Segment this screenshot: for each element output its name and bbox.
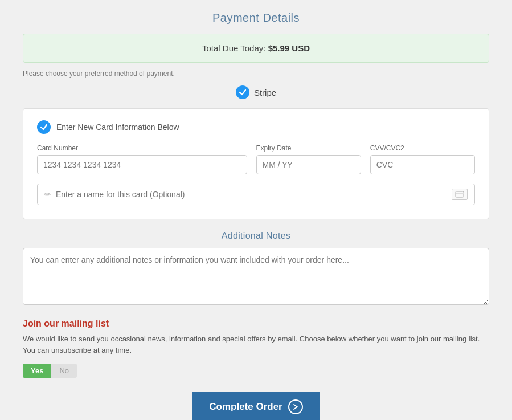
total-due-amount: $5.99 USD <box>268 43 310 53</box>
card-number-group: Card Number <box>37 144 247 174</box>
svg-rect-1 <box>456 193 464 195</box>
card-name-input[interactable] <box>56 190 447 199</box>
card-brand-icon <box>452 189 468 200</box>
mailing-no-button[interactable]: No <box>51 364 77 378</box>
pencil-icon: ✏ <box>44 190 51 199</box>
cvv-group: CVV/CVC2 <box>370 144 475 174</box>
card-info-header: Enter New Card Information Below <box>37 120 475 134</box>
cvv-label: CVV/CVC2 <box>370 144 475 152</box>
card-info-check-icon <box>37 120 51 134</box>
card-number-label: Card Number <box>37 144 247 152</box>
expiry-input[interactable] <box>256 155 361 174</box>
payment-method-prompt: Please choose your preferred method of p… <box>23 70 489 78</box>
expiry-label: Expiry Date <box>256 144 361 152</box>
additional-notes-textarea[interactable] <box>23 248 489 305</box>
total-due-box: Total Due Today: $5.99 USD <box>23 34 489 63</box>
card-number-input[interactable] <box>37 155 247 174</box>
card-name-row: ✏ <box>37 184 475 205</box>
stripe-check-icon <box>236 85 249 99</box>
expiry-group: Expiry Date <box>256 144 361 174</box>
mailing-list-title: Join our mailing list <box>23 319 489 329</box>
cvv-input[interactable] <box>370 155 475 174</box>
card-info-header-text: Enter New Card Information Below <box>56 123 179 132</box>
stripe-option[interactable]: Stripe <box>23 85 489 99</box>
mailing-yes-button[interactable]: Yes <box>23 364 51 378</box>
total-due-label: Total Due Today: <box>202 43 265 53</box>
page-title: Payment Details <box>23 11 489 25</box>
card-info-box: Enter New Card Information Below Card Nu… <box>23 108 489 219</box>
complete-order-label: Complete Order <box>209 401 282 413</box>
complete-order-arrow-icon <box>288 399 303 414</box>
mailing-toggle-wrapper: Yes No <box>23 364 489 378</box>
mailing-list-description: We would like to send you occasional new… <box>23 333 489 356</box>
complete-order-button[interactable]: Complete Order <box>192 392 320 420</box>
page-wrapper: Payment Details Total Due Today: $5.99 U… <box>0 0 512 420</box>
card-fields-row: Card Number Expiry Date CVV/CVC2 <box>37 144 475 174</box>
additional-notes-title: Additional Notes <box>23 231 489 241</box>
stripe-label: Stripe <box>254 88 276 97</box>
